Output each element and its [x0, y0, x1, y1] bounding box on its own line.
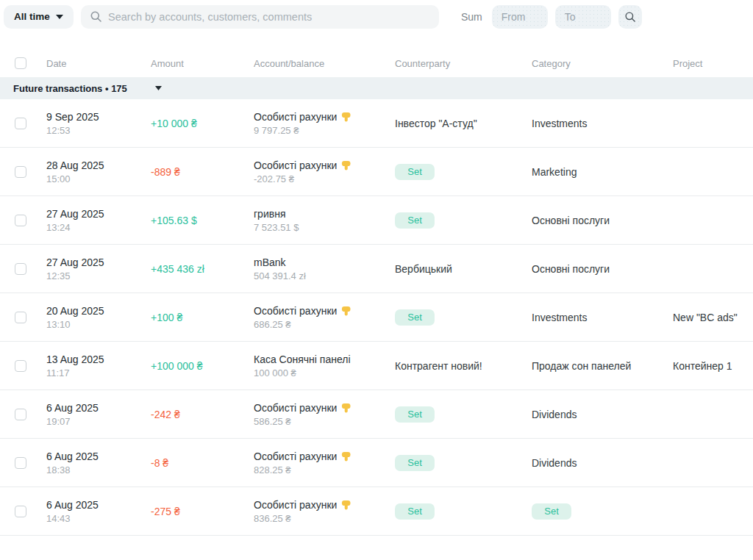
transaction-date: 9 Sep 2025 — [46, 111, 140, 123]
transaction-row[interactable]: 6 Aug 2025 14:43 -275 ₴ Особисті рахунки… — [0, 487, 753, 536]
sum-to-input[interactable] — [555, 5, 611, 29]
transaction-row[interactable]: 13 Aug 2025 11:17 +100 000 ₴ Каса Сонячн… — [0, 342, 753, 390]
period-filter-button[interactable]: All time — [4, 5, 74, 29]
column-header-counterparty: Counterparty — [384, 49, 521, 77]
transaction-date: 28 Aug 2025 — [46, 159, 140, 171]
transaction-amount: -242 ₴ — [151, 409, 243, 420]
transaction-category: Investments — [532, 118, 662, 129]
row-checkbox[interactable] — [15, 409, 26, 420]
row-checkbox[interactable] — [15, 118, 26, 129]
counterparty-set-badge[interactable]: Set — [395, 212, 435, 229]
counterparty-cell: Set — [384, 196, 521, 244]
transaction-amount: -889 ₴ — [151, 166, 243, 178]
column-header-project: Project — [662, 49, 753, 77]
counterparty-set-badge[interactable]: Set — [395, 455, 435, 471]
category-cell: Основні послуги — [521, 196, 662, 244]
transaction-category: Основні послуги — [532, 215, 662, 226]
pointing-down-emoji-icon — [340, 111, 351, 122]
account-name: Особисті рахунки — [254, 305, 337, 317]
account-balance: 586.25 ₴ — [254, 416, 384, 427]
row-checkbox[interactable] — [15, 312, 26, 323]
transaction-date: 6 Aug 2025 — [46, 450, 140, 462]
transaction-category: Investments — [532, 312, 662, 323]
chevron-down-icon — [56, 15, 63, 19]
transaction-row[interactable]: 20 Aug 2025 13:10 +100 ₴ Особисті рахунк… — [0, 293, 753, 342]
transaction-row[interactable]: 6 Aug 2025 19:07 -242 ₴ Особисті рахунки… — [0, 390, 753, 439]
transaction-time: 12:53 — [46, 125, 140, 136]
sum-from-input[interactable] — [492, 5, 548, 29]
row-checkbox[interactable] — [15, 215, 26, 226]
transaction-time: 14:43 — [46, 513, 140, 524]
transaction-row[interactable]: 27 Aug 2025 13:24 +105.63 $ гривня 7 523… — [0, 196, 753, 245]
category-cell: Dividends — [521, 390, 662, 438]
account-name: mBank — [254, 256, 286, 268]
row-checkbox[interactable] — [15, 166, 26, 178]
category-cell: Set — [521, 487, 662, 535]
counterparty-cell: Set — [384, 293, 521, 341]
transaction-date: 27 Aug 2025 — [46, 208, 140, 220]
counterparty-set-badge[interactable]: Set — [395, 164, 435, 180]
select-all-checkbox[interactable] — [15, 57, 26, 69]
transaction-time: 19:07 — [46, 416, 140, 427]
category-cell: Marketing — [521, 148, 662, 195]
search-input[interactable] — [102, 5, 439, 29]
category-cell: Основні послуги — [521, 245, 662, 292]
section-collapse-caret-icon[interactable] — [155, 86, 162, 90]
row-checkbox[interactable] — [15, 263, 26, 275]
search-input-wrapper — [81, 5, 439, 29]
transaction-amount: +100 ₴ — [151, 312, 243, 323]
counterparty-cell: Set — [384, 148, 521, 195]
row-checkbox[interactable] — [15, 506, 26, 517]
transactions-list: 9 Sep 2025 12:53 +10 000 ₴ Особисті раху… — [0, 99, 753, 536]
account-name: Особисті рахунки — [254, 111, 337, 123]
account-name: Особисті рахунки — [254, 499, 337, 511]
account-balance: 100 000 ₴ — [254, 367, 384, 378]
counterparty-set-badge[interactable]: Set — [395, 406, 435, 423]
search-icon — [624, 11, 636, 23]
counterparty-cell: Контрагент новий! — [384, 342, 521, 390]
transaction-date: 20 Aug 2025 — [46, 305, 140, 317]
transaction-category: Dividends — [532, 457, 662, 469]
search-icon — [90, 10, 102, 23]
account-name: Особисті рахунки — [254, 159, 337, 171]
account-balance: -202.75 ₴ — [254, 173, 384, 184]
sum-search-button[interactable] — [618, 5, 642, 29]
row-checkbox[interactable] — [15, 457, 26, 469]
transaction-date: 27 Aug 2025 — [46, 256, 140, 268]
sum-label: Sum — [461, 11, 482, 23]
transaction-amount: +100 000 ₴ — [151, 360, 243, 372]
category-cell: Investments — [521, 293, 662, 341]
pointing-down-emoji-icon — [340, 499, 351, 510]
transaction-row[interactable]: 9 Sep 2025 12:53 +10 000 ₴ Особисті раху… — [0, 99, 753, 148]
category-set-badge[interactable]: Set — [532, 503, 571, 520]
section-label: Future transactions • 175 — [13, 83, 127, 94]
counterparty-set-badge[interactable]: Set — [395, 309, 435, 326]
row-checkbox[interactable] — [15, 360, 26, 372]
transaction-amount: -8 ₴ — [151, 457, 243, 469]
section-header-future-transactions[interactable]: Future transactions • 175 — [0, 77, 753, 99]
transaction-time: 13:24 — [46, 222, 140, 233]
pointing-down-emoji-icon — [340, 305, 351, 316]
transaction-date: 6 Aug 2025 — [46, 402, 140, 414]
counterparty-cell: Set — [384, 439, 521, 487]
transaction-counterparty: Інвестор "А-студ" — [395, 118, 521, 129]
transaction-counterparty: Контрагент новий! — [395, 360, 521, 372]
transaction-amount: +435 436 zł — [151, 263, 243, 275]
account-balance: 836.25 ₴ — [254, 513, 384, 524]
counterparty-set-badge[interactable]: Set — [395, 503, 435, 520]
transaction-project: Контейнер 1 — [673, 360, 753, 372]
transaction-row[interactable]: 6 Aug 2025 18:38 -8 ₴ Особисті рахунки 8… — [0, 439, 753, 487]
transaction-row[interactable]: 27 Aug 2025 12:35 +435 436 zł mBank 504 … — [0, 245, 753, 293]
category-cell: Продаж сон панелей — [521, 342, 662, 390]
transaction-row[interactable]: 28 Aug 2025 15:00 -889 ₴ Особисті рахунк… — [0, 148, 753, 196]
transaction-amount: +10 000 ₴ — [151, 118, 243, 129]
transaction-time: 12:35 — [46, 270, 140, 281]
account-name: Особисті рахунки — [254, 402, 337, 414]
transaction-time: 11:17 — [46, 367, 140, 378]
counterparty-cell: Вербицький — [384, 245, 521, 292]
table-header-row: Date Amount Account/balance Counterparty… — [0, 49, 753, 77]
column-header-amount: Amount — [140, 49, 243, 77]
transaction-category: Dividends — [532, 409, 662, 420]
column-header-category: Category — [521, 49, 662, 77]
pointing-down-emoji-icon — [340, 402, 351, 413]
